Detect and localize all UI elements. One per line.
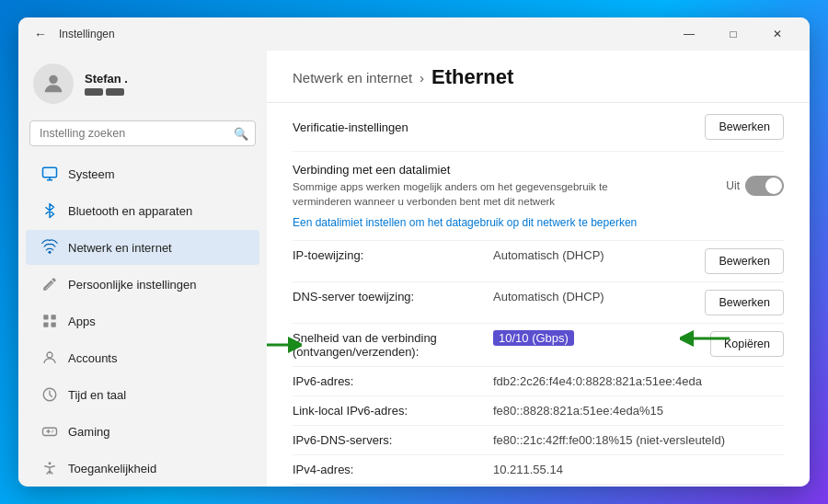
gaming-icon bbox=[40, 422, 59, 441]
accounts-icon bbox=[40, 349, 59, 367]
netwerk-icon bbox=[40, 238, 59, 257]
breadcrumb-parent: Netwerk en internet bbox=[293, 70, 412, 86]
svg-point-0 bbox=[49, 75, 57, 84]
linklocal-row: Link-local IPv6-adres: fe80::8828:821a:5… bbox=[293, 396, 784, 426]
breadcrumb: Netwerk en internet › Ethernet bbox=[293, 65, 784, 89]
back-button[interactable]: ← bbox=[29, 23, 52, 45]
ipv6-value: fdb2:2c26:f4e4:0:8828:821a:51ee:4eda bbox=[493, 374, 784, 388]
verificatie-info: Verificatie-instellingen bbox=[293, 120, 694, 134]
svg-rect-3 bbox=[43, 315, 48, 319]
sidebar: Stefan . 🔍 Systeem bbox=[18, 51, 267, 487]
snelheid-value-container: 10/10 (Gbps) bbox=[493, 331, 684, 345]
titlebar: ← Instellingen — □ ✕ bbox=[18, 17, 810, 51]
linklocal-label: Link-local IPv6-adres: bbox=[293, 404, 486, 418]
ipv6-row: IPv6-adres: fdb2:2c26:f4e4:0:8828:821a:5… bbox=[293, 367, 784, 396]
accounts-label: Accounts bbox=[68, 351, 117, 365]
svg-rect-6 bbox=[52, 323, 56, 327]
dns-button[interactable]: Bewerken bbox=[705, 290, 784, 315]
ipv6dns-label: IPv6-DNS-servers: bbox=[293, 433, 486, 447]
svg-rect-4 bbox=[52, 315, 56, 319]
ipv4dns-row: IPv4-DNS-servers: 10.211.55.1 (niet-vers… bbox=[293, 485, 784, 487]
settings-window: ← Instellingen — □ ✕ Stefan . bbox=[18, 17, 810, 487]
minimize-button[interactable]: — bbox=[668, 17, 710, 51]
bluetooth-icon bbox=[40, 201, 59, 220]
ipv6-label: IPv6-adres: bbox=[293, 374, 486, 388]
sidebar-item-gaming[interactable]: Gaming bbox=[26, 414, 259, 449]
verificatie-row: Verificatie-instellingen Bewerken bbox=[293, 103, 784, 152]
verificatie-title: Verificatie-instellingen bbox=[293, 120, 694, 134]
window-title: Instellingen bbox=[59, 28, 668, 40]
tijd-label: Tijd en taal bbox=[68, 388, 126, 402]
personalisatie-label: Persoonlijke instellingen bbox=[68, 278, 196, 292]
datalimiet-link[interactable]: Een datalimiet instellen om het datagebr… bbox=[293, 216, 637, 229]
sidebar-item-apps[interactable]: Apps bbox=[26, 304, 259, 338]
ipv4-label: IPv4-adres: bbox=[293, 463, 486, 476]
user-status bbox=[85, 88, 128, 96]
ip-label: IP-toewijzing: bbox=[293, 248, 486, 262]
ipv4-value: 10.211.55.14 bbox=[493, 463, 784, 476]
svg-rect-1 bbox=[43, 167, 57, 178]
toggle-label: Uit bbox=[726, 179, 740, 192]
search-icon: 🔍 bbox=[234, 127, 248, 141]
verificatie-button[interactable]: Bewerken bbox=[705, 114, 784, 140]
svg-rect-5 bbox=[43, 323, 48, 327]
toegankelijkheid-label: Toegankelijkheid bbox=[68, 462, 156, 475]
breadcrumb-current: Ethernet bbox=[431, 65, 513, 89]
status-block-1 bbox=[85, 88, 103, 96]
maximize-button[interactable]: □ bbox=[712, 17, 754, 51]
datalimiet-info: Verbinding met een datalimiet Sommige ap… bbox=[293, 163, 726, 209]
avatar bbox=[33, 63, 74, 104]
svg-point-10 bbox=[49, 462, 52, 464]
close-button[interactable]: ✕ bbox=[756, 17, 799, 51]
sidebar-item-netwerk[interactable]: Netwerk en internet bbox=[26, 230, 259, 265]
snelheid-value: 10/10 (Gbps) bbox=[493, 330, 574, 346]
search-input[interactable] bbox=[29, 120, 256, 146]
ip-value: Automatisch (DHCP) bbox=[493, 248, 684, 262]
svg-point-2 bbox=[49, 251, 52, 254]
user-name: Stefan . bbox=[85, 72, 128, 86]
sidebar-item-accounts[interactable]: Accounts bbox=[26, 340, 259, 375]
sidebar-item-tijd[interactable]: Tijd en taal bbox=[26, 377, 259, 412]
settings-section: Verificatie-instellingen Bewerken Verbin… bbox=[267, 103, 810, 487]
breadcrumb-separator: › bbox=[420, 70, 424, 86]
personalisatie-icon bbox=[40, 275, 59, 293]
ipv6dns-row: IPv6-DNS-servers: fe80::21c:42ff:fe00:18… bbox=[293, 426, 784, 455]
content-area: Stefan . 🔍 Systeem bbox=[18, 51, 810, 487]
sidebar-item-toegankelijkheid[interactable]: Toegankelijkheid bbox=[26, 451, 259, 486]
toggle-container: Uit bbox=[726, 176, 784, 196]
systeem-label: Systeem bbox=[68, 167, 115, 181]
dns-label: DNS-server toewijzing: bbox=[293, 290, 486, 304]
toegankelijkheid-icon bbox=[40, 459, 59, 477]
apps-icon bbox=[40, 312, 59, 330]
user-section: Stefan . bbox=[18, 51, 267, 117]
tijd-icon bbox=[40, 385, 59, 404]
linklocal-value: fe80::8828:821a:51ee:4eda%15 bbox=[493, 404, 784, 418]
toggle-knob bbox=[765, 178, 782, 194]
datalimiet-desc: Sommige apps werken mogelijk anders om h… bbox=[293, 179, 642, 209]
window-controls: — □ ✕ bbox=[668, 17, 799, 51]
gaming-label: Gaming bbox=[68, 425, 110, 439]
datalimiet-title: Verbinding met een datalimiet bbox=[293, 163, 726, 177]
ip-row: IP-toewijzing: Automatisch (DHCP) Bewerk… bbox=[293, 241, 784, 282]
snelheid-label: Snelheid van de verbinding (ontvangen/ve… bbox=[293, 331, 486, 359]
ip-actions: Bewerken bbox=[692, 248, 784, 274]
dns-value: Automatisch (DHCP) bbox=[493, 290, 684, 304]
datalimiet-toggle[interactable] bbox=[745, 176, 784, 196]
systeem-icon bbox=[40, 165, 59, 183]
sidebar-item-systeem[interactable]: Systeem bbox=[26, 156, 259, 191]
page-header: Netwerk en internet › Ethernet bbox=[267, 51, 810, 103]
dns-actions: Bewerken bbox=[692, 290, 784, 315]
ipv6dns-value: fe80::21c:42ff:fe00:18%15 (niet-versleut… bbox=[493, 433, 784, 447]
sidebar-item-bluetooth[interactable]: Bluetooth en apparaten bbox=[26, 193, 259, 228]
datalimiet-row: Verbinding met een datalimiet Sommige ap… bbox=[293, 152, 784, 241]
ip-button[interactable]: Bewerken bbox=[705, 248, 784, 274]
user-info: Stefan . bbox=[85, 72, 128, 96]
svg-point-7 bbox=[47, 352, 52, 358]
snelheid-row: Snelheid van de verbinding (ontvangen/ve… bbox=[293, 324, 784, 367]
netwerk-label: Netwerk en internet bbox=[68, 241, 172, 255]
status-block-2 bbox=[106, 88, 124, 96]
sidebar-item-personalisatie[interactable]: Persoonlijke instellingen bbox=[26, 267, 259, 302]
search-box: 🔍 bbox=[29, 120, 256, 146]
bluetooth-label: Bluetooth en apparaten bbox=[68, 204, 192, 218]
main-content: Netwerk en internet › Ethernet Verificat… bbox=[267, 51, 810, 487]
